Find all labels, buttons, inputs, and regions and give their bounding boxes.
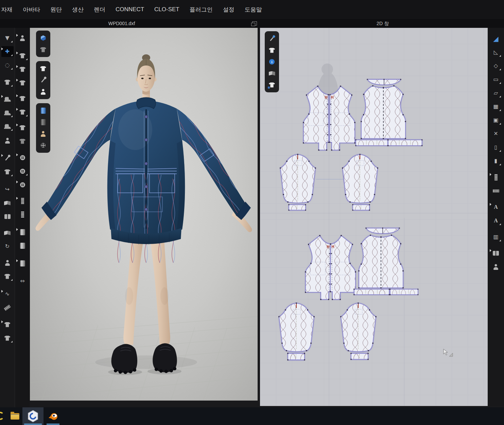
polygon-tool-icon[interactable]: ▱ — [490, 88, 502, 98]
arrange-back-icon[interactable] — [16, 64, 29, 75]
avatar-pattern-icon[interactable] — [490, 261, 502, 272]
select-garment-icon[interactable] — [1, 77, 14, 88]
rectangle-tool-icon[interactable]: ▭ — [490, 74, 502, 85]
arrange-custom-icon[interactable] — [16, 107, 29, 117]
pin-garment-icon[interactable] — [1, 166, 14, 177]
partial-app-icon[interactable] — [0, 412, 4, 420]
menu-production[interactable]: 생산 — [67, 6, 89, 14]
fabric-open-icon[interactable] — [1, 227, 14, 238]
garment-toolgroup — [36, 61, 50, 99]
button-move-icon[interactable] — [16, 152, 29, 163]
avatar-garment-icon[interactable] — [1, 257, 14, 268]
folded-garment-icon[interactable] — [1, 198, 14, 208]
garment-raise-icon[interactable] — [1, 271, 14, 282]
edit-curve-icon[interactable]: ◇ — [490, 60, 502, 71]
ghost-garment-icon[interactable] — [38, 45, 48, 54]
menu-connect[interactable]: CONNECT — [110, 6, 149, 13]
zipper-tool-icon[interactable] — [16, 196, 29, 206]
viewport-3d[interactable] — [30, 28, 258, 401]
left-toolbar-column-2: ⇔ — [15, 28, 30, 407]
fabric-blue-icon[interactable] — [38, 106, 48, 115]
viewport-3d-toolbar — [36, 31, 50, 157]
text-style-icon[interactable] — [490, 215, 502, 226]
select-lasso-icon[interactable]: ◌ — [1, 60, 14, 71]
transform-pattern-icon[interactable]: ◢ — [490, 33, 502, 44]
pattern-pieces-2d: .pc{fill:url(#og);stroke:#8d89cc;stroke-… — [260, 28, 488, 406]
puller-tool-icon[interactable]: ⇔ — [16, 276, 29, 287]
info-icon[interactable] — [267, 57, 277, 67]
dart-tool-icon[interactable]: ▣ — [490, 115, 502, 126]
mannequin-icon[interactable] — [38, 129, 48, 138]
needle-tool-icon[interactable] — [267, 34, 277, 43]
garment-panels-icon[interactable] — [1, 211, 14, 222]
transform-cursor — [444, 349, 453, 356]
menu-materials[interactable]: 자재 — [0, 6, 18, 14]
garment-measure-edit-icon[interactable] — [1, 333, 14, 344]
pattern-set-upper — [280, 79, 423, 211]
show-avatar-icon[interactable] — [38, 87, 48, 96]
seam-line-icon[interactable]: ▮ — [490, 155, 502, 166]
globe-icon[interactable] — [38, 141, 48, 150]
menu-help[interactable]: 도움말 — [240, 6, 267, 14]
blender-logo-icon — [47, 410, 59, 422]
tape-measure-icon[interactable]: ∿ — [1, 289, 14, 299]
menu-clo-set[interactable]: CLO-SET — [149, 6, 185, 13]
window-title-row: WPD001.dxf 2D 창 — [0, 19, 504, 28]
arrange-wrap-icon[interactable] — [16, 93, 29, 104]
edit-pattern-icon[interactable]: ◺ — [490, 47, 502, 58]
clo-app-icon[interactable] — [22, 407, 44, 425]
fabric-dark-icon[interactable] — [38, 117, 48, 127]
fold-arrangement-icon[interactable]: ↪ — [1, 184, 14, 195]
avatar-3d-scene — [30, 28, 258, 401]
segment-sewing-icon[interactable] — [1, 107, 14, 118]
sewing-person-icon[interactable] — [1, 135, 14, 146]
menu-render[interactable]: 렌더 — [89, 6, 110, 14]
fabric-2d-icon[interactable] — [267, 69, 277, 78]
show-pattern-icon[interactable] — [267, 45, 277, 55]
file-explorer-icon[interactable] — [9, 407, 21, 425]
blender-icon[interactable] — [45, 407, 61, 425]
pin-avatar-icon[interactable] — [38, 75, 48, 85]
viewport-2d-toolbar — [265, 31, 279, 96]
detach-window-icon[interactable] — [252, 21, 257, 25]
ruler-horizontal-icon[interactable] — [490, 185, 502, 196]
text-tool-icon[interactable] — [490, 202, 502, 212]
menu-settings[interactable]: 설정 — [218, 6, 240, 14]
fabric-roll-solid-icon[interactable] — [16, 240, 29, 251]
fabric-rotate-icon[interactable]: ↻ — [1, 241, 14, 252]
menu-plugin[interactable]: 플러그인 — [185, 6, 218, 14]
shape-trace-icon[interactable]: ▯ — [490, 142, 502, 153]
texture-garment-icon[interactable] — [16, 122, 29, 133]
menu-avatar[interactable]: 아바타 — [18, 6, 45, 14]
button-tool-icon[interactable] — [16, 166, 29, 177]
pattern-cut-sew-icon[interactable] — [490, 248, 502, 259]
view-cube-icon[interactable] — [38, 33, 48, 43]
buttonhole-tool-icon[interactable] — [16, 179, 29, 190]
clo-logo-icon — [27, 410, 39, 423]
trace-tool-icon[interactable]: ▦ — [490, 101, 502, 112]
fabric-roll-icon[interactable] — [16, 227, 29, 238]
cut-tool-icon[interactable]: ✕ — [490, 128, 502, 139]
menu-fabric[interactable]: 원단 — [45, 6, 67, 14]
pattern-lock-icon[interactable] — [267, 80, 277, 90]
pattern-set-lower — [278, 227, 418, 361]
select-move-icon[interactable]: ✚ — [1, 46, 14, 57]
pin-tool-icon[interactable] — [1, 153, 14, 164]
viewport-2d[interactable]: .pc{fill:url(#og);stroke:#8d89cc;stroke-… — [260, 28, 488, 406]
clo-running-indicator — [24, 424, 42, 425]
show-garment-icon[interactable] — [38, 64, 48, 73]
arrange-front-icon[interactable] — [16, 50, 29, 61]
fabric-roll-alt-icon[interactable] — [16, 258, 29, 269]
ruler-vertical-icon[interactable] — [490, 172, 502, 183]
grading-icon[interactable]: ▥ — [490, 232, 502, 242]
jacket-3d — [30, 97, 258, 263]
checker-garment-icon[interactable] — [16, 136, 29, 147]
zipper-puller-icon[interactable] — [16, 209, 29, 220]
arrange-side-icon[interactable] — [16, 77, 29, 88]
animation-mode-icon[interactable] — [16, 33, 29, 43]
sewing-machine-icon[interactable] — [1, 94, 14, 105]
garment-measure-icon[interactable] — [1, 319, 14, 330]
free-sewing-icon[interactable] — [1, 121, 14, 132]
simulate-icon[interactable]: ▼ — [1, 33, 14, 43]
ruler-tool-icon[interactable] — [1, 302, 14, 313]
